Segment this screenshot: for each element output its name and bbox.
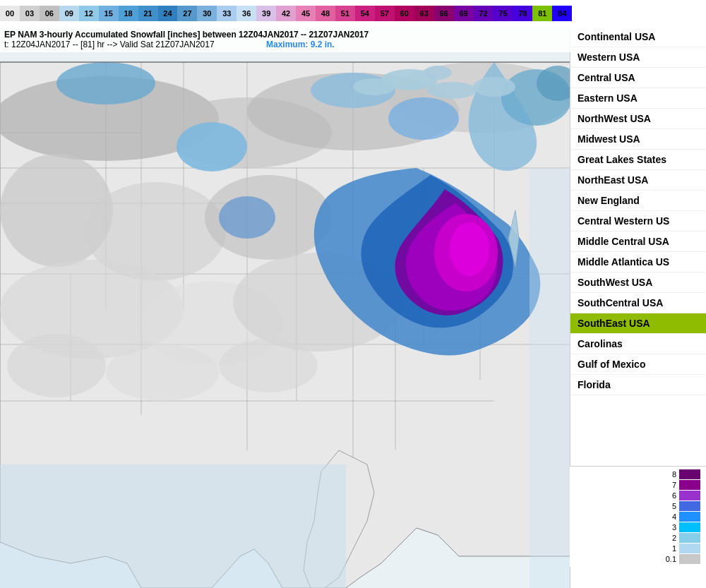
colorbar-segment-42: 42 [276, 6, 296, 21]
region-item-carolinas[interactable]: Carolinas [570, 334, 706, 354]
legend-row: 3 [659, 522, 700, 532]
svg-point-33 [219, 196, 275, 239]
region-item-midwest-usa[interactable]: Midwest USA [570, 129, 706, 150]
legend-row: 8 [659, 469, 700, 479]
legend-color-swatch [679, 480, 700, 490]
colorbar-segment-21: 21 [138, 6, 158, 21]
colorbar-segment-36: 36 [237, 6, 256, 21]
region-item-central-western-us[interactable]: Central Western US [570, 211, 706, 232]
colorbar-segment-27: 27 [177, 6, 197, 21]
legend-label: 7 [659, 481, 676, 489]
legend-label: 8 [659, 470, 676, 479]
colorbar-segment-57: 57 [375, 6, 395, 21]
svg-point-30 [56, 62, 155, 104]
colorbar-segment-66: 66 [434, 6, 454, 21]
colorbar-segment-72: 72 [474, 6, 493, 21]
legend-row: 1 [659, 544, 700, 553]
svg-point-29 [176, 122, 247, 172]
region-item-central-usa[interactable]: Central USA [570, 68, 706, 88]
region-item-eastern-usa[interactable]: Eastern USA [570, 88, 706, 109]
legend-label: 0.1 [659, 555, 676, 563]
legend-color-swatch [679, 491, 700, 500]
legend-label: 2 [659, 534, 676, 542]
legend-row: 4 [659, 512, 700, 522]
legend-color-swatch [679, 501, 700, 511]
colorbar: 0003060912151821242730333639424548515457… [0, 0, 572, 27]
legend-color-swatch [679, 554, 700, 564]
colorbar-segment-75: 75 [493, 6, 513, 21]
svg-point-46 [473, 77, 515, 97]
region-item-western-usa[interactable]: Western USA [570, 47, 706, 68]
colorbar-segment-84: 84 [552, 6, 572, 21]
colorbar-segment-18: 18 [119, 6, 138, 21]
svg-point-38 [7, 334, 106, 397]
legend-color-swatch [679, 512, 700, 522]
colorbar-segment-45: 45 [296, 6, 316, 21]
svg-rect-41 [0, 464, 346, 588]
colorbar-segment-00: 00 [0, 6, 20, 21]
legend-row: 7 [659, 480, 700, 490]
region-item-southwest-usa[interactable]: SouthWest USA [570, 272, 706, 293]
colorbar-segment-12: 12 [79, 6, 99, 21]
legend-color-swatch [679, 522, 700, 532]
legend-row: 5 [659, 501, 700, 511]
legend-label: 3 [659, 523, 676, 532]
legend-color-swatch [679, 544, 700, 553]
legend-label: 4 [659, 512, 676, 521]
colorbar-segment-54: 54 [355, 6, 375, 21]
region-item-southeast-usa[interactable]: SouthEast USA [570, 313, 706, 334]
map-area [0, 27, 572, 588]
colorbar-segment-24: 24 [158, 6, 178, 21]
legend-row: 0.1 [659, 554, 700, 564]
legend: 876543210.1 [570, 466, 706, 567]
colorbar-segment-39: 39 [256, 6, 276, 21]
legend-label: 1 [659, 544, 676, 553]
region-item-southcentral-usa[interactable]: SouthCentral USA [570, 293, 706, 313]
svg-point-40 [219, 339, 318, 392]
colorbar-segment-06: 06 [40, 6, 59, 21]
colorbar-segment-63: 63 [414, 6, 434, 21]
svg-point-35 [450, 222, 489, 276]
legend-row: 2 [659, 533, 700, 543]
legend-label: 6 [659, 491, 676, 500]
colorbar-segment-60: 60 [395, 6, 414, 21]
region-item-gulf-of-mexico[interactable]: Gulf of Mexico [570, 354, 706, 375]
map-svg [0, 27, 572, 588]
svg-point-47 [424, 66, 452, 80]
legend-label: 5 [659, 502, 676, 510]
legend-color-swatch [679, 533, 700, 543]
region-item-great-lakes-states[interactable]: Great Lakes States [570, 150, 706, 170]
svg-rect-42 [530, 168, 572, 588]
legend-color-swatch [679, 469, 700, 479]
svg-point-39 [106, 344, 219, 401]
region-item-northwest-usa[interactable]: NorthWest USA [570, 109, 706, 129]
colorbar-segment-09: 09 [59, 6, 79, 21]
colorbar-segment-69: 69 [454, 6, 474, 21]
colorbar-segment-15: 15 [99, 6, 119, 21]
colorbar-segment-81: 81 [532, 6, 552, 21]
legend-row: 6 [659, 491, 700, 500]
region-item-new-england[interactable]: New England [570, 191, 706, 211]
colorbar-segment-48: 48 [316, 6, 335, 21]
region-item-florida[interactable]: Florida [570, 375, 706, 395]
svg-point-32 [388, 97, 459, 140]
colorbar-segment-78: 78 [513, 6, 532, 21]
svg-point-45 [427, 82, 477, 99]
region-item-middle-atlantica-us[interactable]: Middle Atlantica US [570, 252, 706, 272]
colorbar-segment-03: 03 [20, 6, 40, 21]
colorbar-segment-51: 51 [335, 6, 355, 21]
region-item-middle-central-usa[interactable]: Middle Central USA [570, 232, 706, 252]
colorbar-segment-33: 33 [217, 6, 237, 21]
region-item-continental-usa[interactable]: Continental USA [570, 27, 706, 47]
region-item-northeast-usa[interactable]: NorthEast USA [570, 170, 706, 191]
colorbar-segment-30: 30 [197, 6, 217, 21]
legend-scale: 876543210.1 [575, 469, 700, 564]
